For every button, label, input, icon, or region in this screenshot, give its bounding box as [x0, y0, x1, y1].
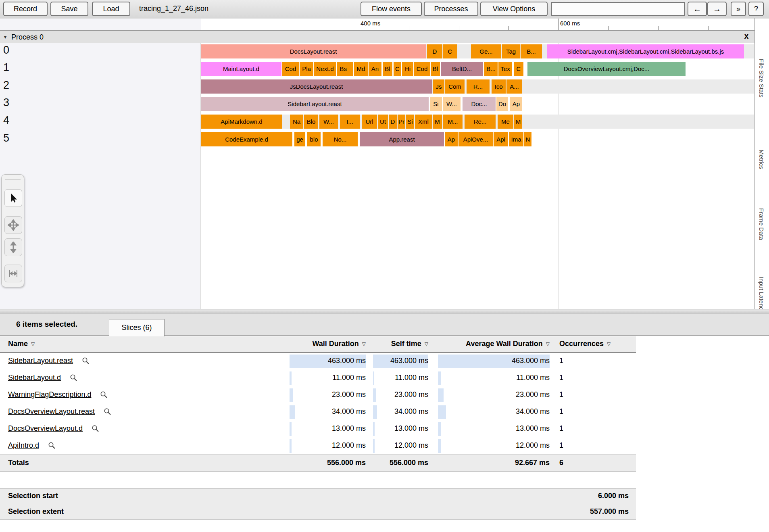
magnifier-icon[interactable]: [70, 374, 77, 382]
flame-slice[interactable]: Api: [494, 132, 508, 146]
flame-slice[interactable]: Hi: [402, 62, 413, 76]
flow-events-button[interactable]: Flow events: [361, 2, 422, 16]
slice-name-link[interactable]: SidebarLayout.reast: [8, 357, 73, 365]
flame-slice[interactable]: SidebarLayout.cmj,SidebarLayout.cmi,Side…: [547, 44, 744, 58]
flame-slice[interactable]: C: [443, 44, 457, 58]
flame-slice[interactable]: JsDocsLayout.reast: [201, 79, 432, 94]
flame-slice[interactable]: Blo: [304, 115, 318, 129]
flame-slice[interactable]: blo: [307, 132, 321, 146]
table-row[interactable]: ApiIntro.d12.000 ms12.000 ms12.000 ms1: [0, 438, 636, 455]
flame-slice[interactable]: I...: [340, 115, 360, 129]
flame-slice[interactable]: Pr: [398, 115, 405, 129]
flame-slice[interactable]: D: [389, 115, 397, 129]
flame-slice[interactable]: SidebarLayout.reast: [201, 97, 429, 111]
slice-name-link[interactable]: SidebarLayout.d: [8, 373, 61, 382]
flame-slice[interactable]: Bs_: [337, 62, 353, 76]
flame-slice[interactable]: Ut: [378, 115, 388, 129]
flame-slice[interactable]: Do: [496, 97, 508, 111]
nav-back-button[interactable]: ←: [688, 2, 707, 16]
flame-slice[interactable]: Re...: [465, 115, 496, 129]
flame-slice[interactable]: Cod: [282, 62, 299, 76]
collapse-triangle-icon[interactable]: ▾: [4, 34, 6, 40]
column-header-name[interactable]: Name ▽: [8, 340, 35, 348]
flame-slice[interactable]: Me: [498, 115, 513, 129]
flame-slice[interactable]: DocsOverviewLayout.cmj,Doc...: [527, 62, 686, 76]
column-header-average-wall-duration[interactable]: Average Wall Duration ▽: [466, 340, 550, 348]
magnifier-icon[interactable]: [104, 408, 111, 415]
flame-slice[interactable]: Js: [433, 79, 444, 94]
magnifier-icon[interactable]: [92, 425, 99, 432]
flame-slice[interactable]: W...: [319, 115, 338, 129]
zoom-tool-button[interactable]: [4, 238, 22, 256]
save-button[interactable]: Save: [50, 2, 88, 16]
flame-slice[interactable]: Next.d: [314, 62, 336, 76]
panel-splitter[interactable]: [0, 309, 769, 314]
flame-slice[interactable]: B...: [521, 44, 542, 58]
timeline-ruler[interactable]: [201, 19, 754, 30]
flame-slice[interactable]: Bl: [383, 62, 392, 76]
flame-slice[interactable]: Ap: [510, 97, 522, 111]
slice-name-link[interactable]: DocsOverviewLayout.reast: [8, 407, 95, 416]
flame-slice[interactable]: Si: [406, 115, 414, 129]
flame-slice[interactable]: ApiOve...: [458, 132, 493, 146]
side-tab-metrics[interactable]: Metrics: [758, 150, 765, 169]
flame-slice[interactable]: Si: [430, 97, 442, 111]
slice-name-link[interactable]: WarningFlagDescription.d: [8, 390, 91, 399]
flame-slice[interactable]: M: [433, 115, 442, 129]
flame-slice[interactable]: Ico: [492, 79, 506, 94]
flame-slice[interactable]: Com: [445, 79, 465, 94]
flame-slice[interactable]: R...: [467, 79, 490, 94]
table-row[interactable]: DocsOverviewLayout.d13.000 ms13.000 ms13…: [0, 421, 636, 438]
nav-forward-button[interactable]: →: [707, 2, 727, 16]
view-options-button[interactable]: View Options: [480, 2, 548, 16]
pan-tool-button[interactable]: [4, 216, 22, 234]
flame-slice[interactable]: Md: [354, 62, 368, 76]
search-input[interactable]: [551, 2, 685, 16]
flame-slice[interactable]: Ap: [445, 132, 458, 146]
column-header-self-time[interactable]: Self time ▽: [391, 340, 428, 348]
flame-slice[interactable]: Na: [290, 115, 303, 129]
flame-slice[interactable]: M...: [443, 115, 463, 129]
flame-slice[interactable]: Tex: [498, 62, 512, 76]
flame-slice[interactable]: MainLayout.d: [201, 62, 281, 76]
flame-slice[interactable]: CodeExample.d: [201, 132, 292, 146]
flame-slice[interactable]: A...: [506, 79, 522, 94]
help-button[interactable]: ?: [748, 2, 764, 16]
palette-grip-icon[interactable]: [5, 178, 21, 178]
process-header[interactable]: ▾ Process 0 X: [0, 30, 754, 43]
flame-slice[interactable]: Ge...: [471, 44, 501, 58]
record-button[interactable]: Record: [3, 2, 48, 16]
flame-slice[interactable]: Url: [362, 115, 377, 129]
close-process-button[interactable]: X: [744, 33, 749, 41]
tab-slices[interactable]: Slices (6): [109, 319, 165, 336]
flame-slice[interactable]: Pla: [300, 62, 313, 76]
table-row[interactable]: WarningFlagDescription.d23.000 ms23.000 …: [0, 387, 636, 404]
flame-slice[interactable]: BeltD...: [441, 62, 483, 76]
flame-slice[interactable]: B...: [484, 62, 498, 76]
palette-grip-icon[interactable]: [5, 179, 21, 180]
table-row[interactable]: DocsOverviewLayout.reast34.000 ms34.000 …: [0, 404, 636, 421]
flame-slice[interactable]: An: [369, 62, 381, 76]
flame-slice[interactable]: No...: [323, 132, 358, 146]
magnifier-icon[interactable]: [48, 442, 56, 449]
column-header-occurrences[interactable]: Occurrences ▽: [559, 340, 611, 348]
magnifier-icon[interactable]: [82, 357, 90, 365]
tool-palette[interactable]: [1, 174, 24, 287]
flame-slice[interactable]: Xml: [415, 115, 432, 129]
select-tool-button[interactable]: [4, 189, 22, 207]
flame-slice[interactable]: Doc...: [463, 97, 496, 111]
side-tab-frame-data[interactable]: Frame Data: [758, 208, 765, 240]
load-button[interactable]: Load: [92, 2, 130, 16]
flame-slice[interactable]: D: [427, 44, 442, 58]
flame-slice[interactable]: W...: [443, 97, 461, 111]
flame-slice[interactable]: DocsLayout.reast: [201, 44, 426, 58]
flame-slice[interactable]: N: [524, 132, 531, 146]
flame-slice[interactable]: C: [394, 62, 401, 76]
side-tab-input-latency[interactable]: Input Latency: [758, 277, 765, 309]
flame-slice[interactable]: App.reast: [360, 132, 444, 146]
flame-slice[interactable]: ApiMarkdown.d: [201, 115, 282, 129]
slice-name-link[interactable]: DocsOverviewLayout.d: [8, 424, 83, 433]
flame-slice[interactable]: Bl: [431, 62, 440, 76]
flame-slice[interactable]: Cod: [414, 62, 430, 76]
slice-name-link[interactable]: ApiIntro.d: [8, 441, 39, 450]
